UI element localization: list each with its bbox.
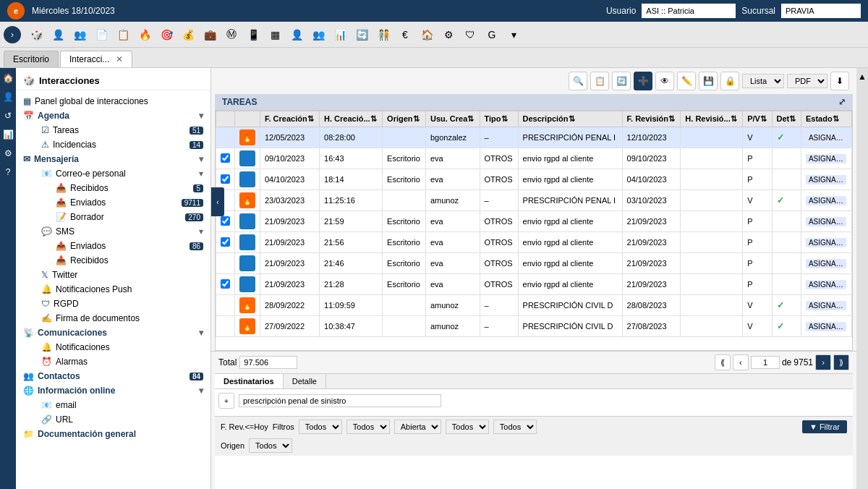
search-action-btn[interactable]: 🔍	[569, 72, 587, 90]
app-logo[interactable]: e	[7, 2, 25, 20]
bottom-search-input[interactable]	[239, 394, 441, 407]
sidebar-item-twitter[interactable]: 𝕏 Twitter	[30, 268, 210, 282]
filtrar-btn[interactable]: ▼ Filtrar	[802, 420, 847, 433]
bottom-add-btn[interactable]: +	[218, 393, 234, 409]
tab-interacciones[interactable]: Interacci... ✕	[60, 51, 132, 67]
strip-icon-settings[interactable]: ⚙	[1, 147, 14, 160]
table-row[interactable]: 👤 21/09/2023 21:46 Escritorio eva OTROS …	[216, 253, 852, 274]
col-hrevision[interactable]: H. Revisió...⇅	[681, 111, 743, 127]
export-select[interactable]: PDF	[787, 74, 827, 88]
toolbar-icon-2[interactable]: 👤	[48, 25, 68, 45]
col-descripcion[interactable]: Descripción⇅	[518, 111, 622, 127]
strip-icon-help[interactable]: ?	[1, 166, 14, 179]
row-checkbox-cell[interactable]	[216, 148, 235, 169]
row-checkbox[interactable]	[221, 153, 230, 163]
col-estado[interactable]: Estado⇅	[801, 111, 851, 127]
toolbar-icon-16[interactable]: 🔄	[352, 25, 372, 45]
toggle-sidebar-btn[interactable]: ›	[4, 26, 21, 43]
table-row[interactable]: 👤 09/10/2023 16:43 Escritorio eva OTROS …	[216, 148, 852, 169]
toolbar-icon-more[interactable]: ▾	[503, 25, 524, 45]
sidebar-item-correo[interactable]: 📧 Correo-e personal ▾	[30, 166, 210, 181]
lock-action-btn[interactable]: 🔒	[720, 72, 739, 90]
toolbar-icon-22[interactable]: G	[482, 25, 502, 45]
row-checkbox[interactable]	[221, 237, 230, 247]
table-row[interactable]: 🔥 12/05/2023 08:28:00 bgonzalez – PRESCR…	[216, 127, 852, 148]
table-container[interactable]: F. Creación⇅ H. Creació...⇅ Origen⇅ Usu.…	[215, 110, 853, 351]
close-tab-icon[interactable]: ✕	[116, 54, 123, 64]
page-prev-btn[interactable]: ‹	[733, 354, 749, 370]
row-checkbox[interactable]	[221, 174, 230, 184]
origen-select[interactable]: Todos	[249, 438, 292, 453]
toolbar-icon-11[interactable]: 📱	[243, 25, 263, 45]
sidebar-item-contactos[interactable]: 👥 Contactos 84	[16, 369, 210, 383]
filtros-select-3[interactable]: Todos	[446, 420, 489, 434]
col-frevision[interactable]: F. Revisión⇅	[622, 111, 681, 127]
toolbar-icon-7[interactable]: 🎯	[156, 25, 176, 45]
sidebar-item-doc-general[interactable]: 📁 Documentación general	[16, 427, 210, 441]
table-row[interactable]: 👤 04/10/2023 18:14 Escritorio eva OTROS …	[216, 169, 852, 190]
user-input[interactable]	[642, 4, 736, 18]
strip-icon-chart[interactable]: 📊	[1, 128, 14, 141]
toolbar-icon-5[interactable]: 📋	[113, 25, 133, 45]
toolbar-icon-4[interactable]: 📄	[91, 25, 111, 45]
col-fcreacion[interactable]: F. Creación⇅	[260, 111, 320, 127]
sidebar-item-email[interactable]: 📧 email	[30, 398, 210, 412]
sidebar-item-borrador[interactable]: 📝 Borrador 270	[45, 210, 210, 224]
col-pv[interactable]: P/V⇅	[743, 111, 772, 127]
sidebar-item-notificaciones[interactable]: 🔔 Notificaciones	[30, 340, 210, 354]
toolbar-icon-10[interactable]: Ⓜ	[221, 25, 242, 45]
toolbar-icon-8[interactable]: 💰	[178, 25, 198, 45]
sidebar-item-sms[interactable]: 💬 SMS ▾	[30, 224, 210, 239]
tab-escritorio[interactable]: Escritorio	[4, 51, 59, 67]
branch-input[interactable]	[781, 4, 861, 18]
toolbar-icon-17[interactable]: 🧑‍🤝‍🧑	[373, 25, 393, 45]
toolbar-icon-20[interactable]: ⚙	[438, 25, 459, 45]
expand-icon[interactable]: ⤢	[838, 97, 846, 107]
toolbar-icon-6[interactable]: 🔥	[135, 25, 155, 45]
save-action-btn[interactable]: 💾	[699, 72, 718, 90]
scroll-arrow-up[interactable]: ▲	[858, 72, 867, 82]
view-action-btn[interactable]: 👁	[655, 72, 674, 90]
sidebar-item-alarmas[interactable]: ⏰ Alarmas	[30, 354, 210, 369]
estado-select[interactable]: Abierta	[394, 420, 441, 434]
sidebar-item-firma[interactable]: ✍ Firma de documentos	[30, 311, 210, 326]
strip-icon-home[interactable]: 🏠	[1, 72, 14, 85]
toolbar-icon-9[interactable]: 💼	[200, 25, 220, 45]
col-usuario[interactable]: Usu. Crea⇅	[425, 111, 480, 127]
row-checkbox[interactable]	[221, 279, 230, 289]
sidebar-item-enviados-sms[interactable]: 📤 Enviados 86	[45, 239, 210, 253]
collapse-sidebar-btn[interactable]: ‹	[211, 187, 224, 216]
toolbar-icon-1[interactable]: 🎲	[26, 25, 46, 45]
copy-action-btn[interactable]: 📋	[590, 72, 609, 90]
col-origen[interactable]: Origen⇅	[383, 111, 426, 127]
toolbar-icon-15[interactable]: 📊	[330, 25, 350, 45]
toolbar-icon-19[interactable]: 🏠	[417, 25, 437, 45]
table-row[interactable]: 👤 21/09/2023 21:56 Escritorio eva OTROS …	[216, 232, 852, 253]
table-row[interactable]: 🔥 27/09/2022 10:38:47 amunoz – PRESCRIPC…	[216, 316, 852, 337]
table-row[interactable]: 🔥 28/09/2022 11:09:59 amunoz – PRESCRIPC…	[216, 295, 852, 316]
row-checkbox-cell[interactable]	[216, 232, 235, 253]
filtros-select-2[interactable]: Todos	[346, 420, 390, 434]
refresh-action-btn[interactable]: 🔄	[612, 72, 631, 90]
toolbar-icon-14[interactable]: 👥	[308, 25, 328, 45]
page-last-btn[interactable]: ⟫	[833, 354, 849, 370]
sidebar-item-incidencias[interactable]: ⚠ Incidencias 14	[30, 137, 210, 152]
toolbar-icon-3[interactable]: 👥	[69, 25, 90, 45]
tab-destinatarios[interactable]: Destinatarios	[215, 374, 284, 388]
toolbar-icon-21[interactable]: 🛡	[460, 25, 480, 45]
sidebar-item-rgpd[interactable]: 🛡 RGPD	[30, 297, 210, 311]
download-action-btn[interactable]: ⬇	[830, 72, 849, 90]
page-next-btn[interactable]: ›	[815, 354, 831, 370]
filtros-select-4[interactable]: Todos	[493, 420, 537, 434]
sidebar-item-info-online[interactable]: 🌐 Información online ▾	[16, 383, 210, 398]
row-checkbox-cell[interactable]	[216, 253, 235, 274]
row-checkbox-cell[interactable]	[216, 316, 235, 337]
sidebar-item-recibidos-sms[interactable]: 📥 Recibidos	[45, 253, 210, 268]
sidebar-item-agenda[interactable]: 📅 Agenda ▾	[16, 109, 210, 123]
toolbar-icon-12[interactable]: ▦	[265, 25, 285, 45]
row-checkbox-cell[interactable]	[216, 127, 235, 148]
toolbar-icon-13[interactable]: 👤	[286, 25, 307, 45]
sidebar-item-notif-push[interactable]: 🔔 Notificaciones Push	[30, 282, 210, 297]
col-hcreacion[interactable]: H. Creació...⇅	[320, 111, 383, 127]
table-row[interactable]: 👤 21/09/2023 21:28 Escritorio eva OTROS …	[216, 274, 852, 295]
